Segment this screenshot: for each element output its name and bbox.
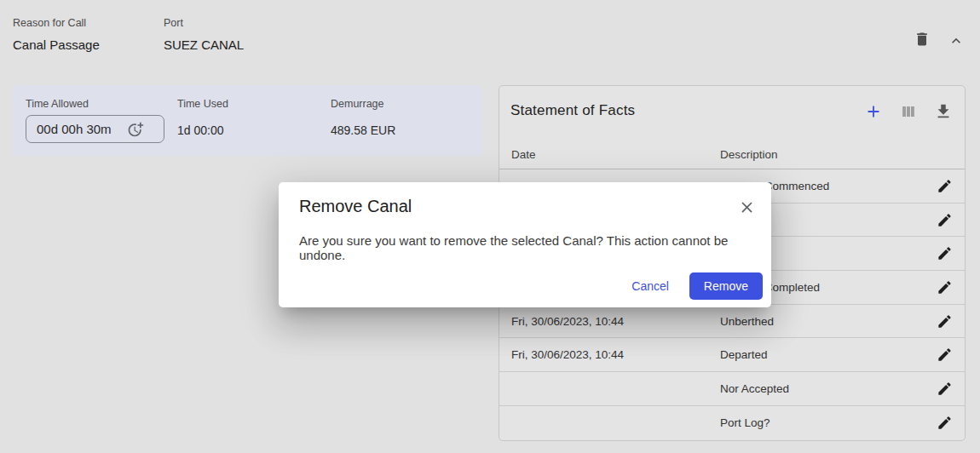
demurrage-label: Demurrage (331, 98, 384, 110)
time-allowed-input[interactable] (26, 122, 127, 136)
row-date: Fri, 30/06/2023, 10:44 (511, 348, 720, 361)
row-description: Unberthed (720, 315, 931, 328)
port-value: SUEZ CANAL (164, 37, 244, 52)
edit-fact-button[interactable] (931, 341, 958, 369)
sof-title: Statement of Facts (510, 102, 635, 119)
edit-fact-button[interactable] (931, 307, 958, 335)
collapse-section-button[interactable] (946, 31, 966, 51)
delete-canal-button[interactable] (912, 29, 932, 49)
time-allowed-label: Time Allowed (26, 98, 89, 110)
edit-fact-button[interactable] (931, 172, 958, 199)
column-settings-button[interactable] (897, 100, 919, 123)
dialog-message: Are you sure you want to remove the sele… (299, 233, 746, 262)
time-allowed-field (26, 115, 164, 143)
table-row: Port Log? (499, 406, 965, 440)
time-used-label: Time Used (177, 98, 228, 110)
edit-fact-button[interactable] (931, 410, 958, 437)
edit-icon (937, 212, 953, 228)
chevron-up-icon (948, 32, 965, 49)
canal-summary-panel: Time Allowed Time Used 1d 00:00 Demurrag… (12, 85, 482, 156)
reason-for-call-label: Reason for Call (13, 17, 100, 29)
edit-icon (937, 178, 953, 194)
remove-button[interactable]: Remove (689, 272, 763, 300)
dialog-title: Remove Canal (299, 197, 412, 216)
view-columns-icon (899, 102, 918, 121)
download-icon (934, 102, 953, 121)
close-icon (738, 198, 756, 216)
sof-header: Statement of Facts (499, 86, 965, 140)
remove-canal-dialog: Remove Canal Are you sure you want to re… (279, 182, 771, 307)
edit-icon (937, 313, 953, 330)
edit-fact-button[interactable] (931, 206, 958, 233)
edit-fact-button[interactable] (931, 273, 958, 301)
row-description: Port Log? (720, 416, 931, 429)
port-field: Port SUEZ CANAL (164, 17, 244, 53)
plus-icon (864, 102, 883, 121)
edit-icon (937, 279, 953, 295)
port-label: Port (164, 17, 244, 29)
add-time-clock-icon (127, 121, 144, 138)
dialog-actions: Cancel Remove (623, 272, 763, 300)
table-row: Fri, 30/06/2023, 10:44 Unberthed (499, 305, 965, 339)
demurrage-column: Demurrage (331, 98, 384, 110)
add-time-button[interactable] (127, 121, 150, 138)
table-row: Nor Accepted (499, 372, 965, 406)
edit-fact-button[interactable] (931, 375, 958, 402)
edit-icon (937, 347, 953, 363)
row-description: Departed (720, 348, 931, 361)
reason-for-call-value: Canal Passage (13, 37, 100, 52)
download-button[interactable] (932, 100, 954, 123)
edit-icon (937, 245, 953, 261)
description-column-header: Description (720, 148, 953, 161)
add-fact-button[interactable] (862, 100, 885, 123)
row-date: Fri, 30/06/2023, 10:44 (511, 315, 720, 328)
table-row: Fri, 30/06/2023, 10:44 Departed (499, 338, 965, 372)
date-column-header: Date (511, 148, 720, 161)
cancel-button[interactable]: Cancel (623, 272, 677, 300)
trash-icon (914, 31, 931, 48)
demurrage-value: 489.58 EUR (331, 123, 395, 137)
time-used-column: Time Used (177, 98, 228, 110)
edit-fact-button[interactable] (931, 240, 958, 267)
time-used-value: 1d 00:00 (177, 123, 224, 137)
sof-column-headers: Date Description (499, 140, 965, 169)
dialog-close-button[interactable] (736, 197, 758, 218)
row-description: Nor Accepted (720, 382, 931, 395)
edit-icon (937, 381, 953, 397)
edit-icon (937, 415, 953, 431)
reason-for-call-field: Reason for Call Canal Passage (13, 17, 100, 53)
sof-toolbar (862, 100, 954, 123)
time-allowed-column: Time Allowed (26, 98, 89, 110)
